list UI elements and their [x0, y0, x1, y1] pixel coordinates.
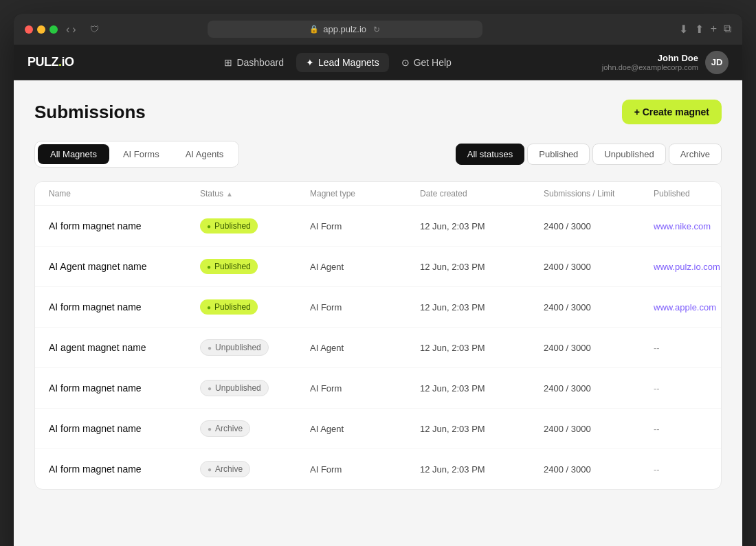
- row-published-url: --: [654, 341, 722, 354]
- minimize-button[interactable]: [37, 25, 45, 34]
- th-magnet-type: Magnet type: [310, 189, 420, 198]
- th-date-created: Date created: [420, 189, 544, 198]
- traffic-lights: [25, 25, 58, 34]
- published-link[interactable]: www.pulz.io.com: [654, 262, 720, 272]
- row-name: AI agent magnet name: [49, 342, 200, 353]
- row-date: 12 Jun, 2:03 PM: [420, 302, 544, 312]
- filters-row: All Magnets AI Forms AI Agents All statu…: [34, 141, 722, 168]
- row-date: 12 Jun, 2:03 PM: [420, 262, 544, 272]
- tab-ai-forms[interactable]: AI Forms: [111, 144, 172, 164]
- status-dot: ●: [208, 385, 212, 392]
- table-row: AI form magnet name ● Published AI Form …: [35, 206, 721, 247]
- th-published: Published: [654, 189, 722, 198]
- row-submissions: 2400 / 3000: [544, 383, 654, 394]
- close-button[interactable]: [25, 25, 33, 34]
- address-bar[interactable]: 🔒 app.pulz.io ↻: [208, 21, 482, 38]
- th-status: Status ▲: [200, 189, 310, 198]
- table-row: AI Agent magnet name ● Published AI Agen…: [35, 247, 721, 287]
- row-name: AI form magnet name: [49, 383, 200, 394]
- status-badge: ● Archive: [200, 420, 250, 437]
- row-published-url: www.pulz.io.com: [654, 260, 722, 273]
- browser-nav-arrows: ‹ ›: [66, 23, 76, 36]
- add-tab-icon[interactable]: +: [711, 23, 717, 36]
- filter-published[interactable]: Published: [527, 144, 590, 165]
- table-header: Name Status ▲ Magnet type Date created S…: [35, 182, 721, 206]
- nav-get-help[interactable]: ⊙ Get Help: [392, 53, 461, 72]
- back-button[interactable]: ‹: [66, 23, 69, 36]
- tab-ai-agents[interactable]: AI Agents: [173, 144, 236, 164]
- sort-icon[interactable]: ▲: [226, 190, 233, 198]
- browser-window: ‹ › 🛡 🔒 app.pulz.io ↻ ⬇ ⬆ + ⧉ PULZ.iO ⊞ …: [14, 14, 742, 546]
- user-info: John Doe john.doe@examplecorp.com: [602, 53, 698, 71]
- row-magnet-type: AI Form: [310, 464, 420, 475]
- magnet-type-tabs: All Magnets AI Forms AI Agents: [34, 141, 239, 168]
- row-submissions: 2400 / 3000: [544, 464, 654, 475]
- th-submissions: Submissions / Limit: [544, 189, 654, 198]
- app-content: Submissions + Create magnet All Magnets …: [14, 80, 742, 546]
- status-badge: ● Unpublished: [200, 339, 269, 356]
- table-row: AI form magnet name ● Published AI Form …: [35, 287, 721, 328]
- status-dot: ●: [207, 223, 211, 230]
- status-badge: ● Archive: [200, 461, 250, 477]
- tab-overview-icon[interactable]: ⧉: [724, 23, 731, 36]
- forward-button[interactable]: ›: [72, 23, 76, 36]
- row-date: 12 Jun, 2:03 PM: [420, 464, 544, 475]
- row-status: ● Published: [200, 259, 310, 274]
- filter-all-statuses[interactable]: All statuses: [456, 144, 524, 165]
- nav-lead-magnets[interactable]: ✦ Lead Magnets: [296, 53, 389, 72]
- published-link[interactable]: www.nike.com: [654, 221, 711, 231]
- row-submissions: 2400 / 3000: [544, 343, 654, 353]
- filter-archive[interactable]: Archive: [669, 144, 722, 165]
- create-magnet-button[interactable]: + Create magnet: [622, 100, 722, 124]
- row-status: ● Unpublished: [200, 339, 310, 356]
- page-header: Submissions + Create magnet: [34, 100, 722, 124]
- browser-toolbar: ⬇ ⬆ + ⧉: [679, 23, 731, 36]
- row-submissions: 2400 / 3000: [544, 221, 654, 231]
- user-name: John Doe: [602, 53, 698, 63]
- share-icon[interactable]: ⬆: [695, 23, 704, 36]
- row-published-url: --: [654, 382, 722, 394]
- status-dot: ●: [207, 263, 211, 271]
- page-title: Submissions: [34, 102, 146, 123]
- tab-all-magnets[interactable]: All Magnets: [38, 144, 109, 164]
- status-dot: ●: [208, 425, 212, 433]
- avatar[interactable]: JD: [705, 51, 729, 74]
- row-published-url: www.nike.com: [654, 220, 722, 232]
- row-status: ● Archive: [200, 461, 310, 477]
- lock-icon: 🔒: [309, 25, 319, 34]
- maximize-button[interactable]: [49, 25, 58, 34]
- download-browser-icon[interactable]: ⬇: [679, 23, 688, 36]
- published-link[interactable]: www.apple.com: [654, 302, 716, 312]
- row-date: 12 Jun, 2:03 PM: [420, 221, 544, 231]
- row-status: ● Published: [200, 299, 310, 315]
- row-name: AI form magnet name: [49, 220, 200, 231]
- row-submissions: 2400 / 3000: [544, 302, 654, 312]
- table-row: AI agent magnet name ● Unpublished AI Ag…: [35, 328, 721, 368]
- row-magnet-type: AI Agent: [310, 343, 420, 353]
- row-name: AI form magnet name: [49, 302, 200, 312]
- status-badge: ● Published: [200, 259, 258, 274]
- app-logo: PULZ.iO: [27, 55, 74, 69]
- status-filter-group: All statuses Published Unpublished Archi…: [456, 144, 722, 165]
- nav-dashboard[interactable]: ⊞ Dashboard: [214, 53, 293, 72]
- help-icon: ⊙: [401, 57, 410, 68]
- row-name: AI form magnet name: [49, 464, 200, 475]
- filter-unpublished[interactable]: Unpublished: [592, 144, 665, 165]
- row-published-url: --: [654, 422, 722, 435]
- dashboard-icon: ⊞: [224, 57, 232, 68]
- table-row: AI form magnet name ● Archive AI Agent 1…: [35, 409, 721, 449]
- status-dot: ●: [208, 344, 212, 352]
- row-status: ● Archive: [200, 420, 310, 437]
- app-nav: ⊞ Dashboard ✦ Lead Magnets ⊙ Get Help: [214, 53, 460, 72]
- row-name: AI form magnet name: [49, 423, 200, 434]
- row-published-url: --: [654, 463, 722, 475]
- app-header: PULZ.iO ⊞ Dashboard ✦ Lead Magnets ⊙ Get…: [14, 45, 742, 80]
- user-email: john.doe@examplecorp.com: [602, 63, 698, 71]
- lead-magnets-icon: ✦: [306, 57, 314, 68]
- row-magnet-type: AI Agent: [310, 262, 420, 272]
- row-name: AI Agent magnet name: [49, 261, 200, 272]
- nav-dashboard-label: Dashboard: [236, 57, 284, 68]
- row-magnet-type: AI Form: [310, 302, 420, 312]
- reload-icon[interactable]: ↻: [373, 25, 380, 34]
- row-submissions: 2400 / 3000: [544, 424, 654, 434]
